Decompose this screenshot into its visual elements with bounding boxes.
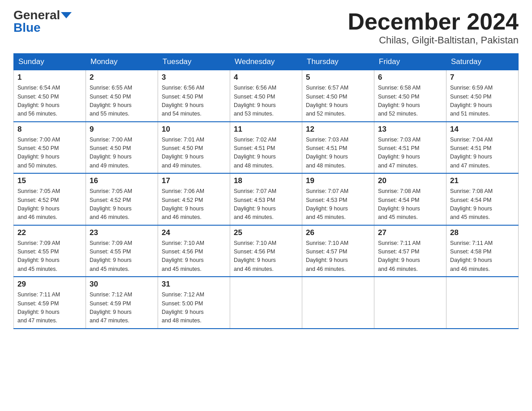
day-number: 6 [378, 73, 442, 82]
day-number: 9 [90, 125, 154, 134]
logo-general: General [13, 9, 60, 21]
table-row: 14Sunrise: 7:04 AMSunset: 4:51 PMDayligh… [446, 122, 519, 174]
table-row: 2Sunrise: 6:55 AMSunset: 4:50 PMDaylight… [86, 70, 158, 122]
day-info: Sunrise: 7:00 AMSunset: 4:50 PMDaylight:… [90, 136, 154, 171]
day-info: Sunrise: 6:58 AMSunset: 4:50 PMDaylight:… [378, 84, 442, 119]
day-number: 29 [17, 280, 82, 289]
table-row: 26Sunrise: 7:10 AMSunset: 4:57 PMDayligh… [302, 225, 374, 277]
day-number: 15 [17, 176, 82, 185]
day-info: Sunrise: 7:01 AMSunset: 4:50 PMDaylight:… [162, 136, 226, 171]
table-row: 16Sunrise: 7:05 AMSunset: 4:52 PMDayligh… [86, 173, 158, 225]
table-row: 1Sunrise: 6:54 AMSunset: 4:50 PMDaylight… [14, 70, 86, 122]
day-info: Sunrise: 7:05 AMSunset: 4:52 PMDaylight:… [90, 187, 154, 222]
table-row [302, 277, 374, 329]
calendar-header-row: Sunday Monday Tuesday Wednesday Thursday… [14, 54, 519, 70]
col-monday: Monday [86, 54, 158, 70]
calendar-week-row: 29Sunrise: 7:11 AMSunset: 4:59 PMDayligh… [14, 277, 519, 329]
table-row: 18Sunrise: 7:07 AMSunset: 4:53 PMDayligh… [230, 173, 302, 225]
calendar-week-row: 15Sunrise: 7:05 AMSunset: 4:52 PMDayligh… [14, 173, 519, 225]
table-row: 5Sunrise: 6:57 AMSunset: 4:50 PMDaylight… [302, 70, 374, 122]
day-info: Sunrise: 7:10 AMSunset: 4:56 PMDaylight:… [162, 239, 226, 274]
table-row: 6Sunrise: 6:58 AMSunset: 4:50 PMDaylight… [374, 70, 446, 122]
day-info: Sunrise: 6:56 AMSunset: 4:50 PMDaylight:… [162, 84, 226, 119]
table-row [230, 277, 302, 329]
calendar-table: Sunday Monday Tuesday Wednesday Thursday… [13, 53, 519, 329]
table-row: 25Sunrise: 7:10 AMSunset: 4:56 PMDayligh… [230, 225, 302, 277]
col-wednesday: Wednesday [230, 54, 302, 70]
table-row: 12Sunrise: 7:03 AMSunset: 4:51 PMDayligh… [302, 122, 374, 174]
table-row: 11Sunrise: 7:02 AMSunset: 4:51 PMDayligh… [230, 122, 302, 174]
table-row: 8Sunrise: 7:00 AMSunset: 4:50 PMDaylight… [14, 122, 86, 174]
day-number: 20 [378, 176, 442, 185]
day-number: 14 [450, 125, 515, 134]
day-info: Sunrise: 7:10 AMSunset: 4:56 PMDaylight:… [234, 239, 298, 274]
table-row: 20Sunrise: 7:08 AMSunset: 4:54 PMDayligh… [374, 173, 446, 225]
day-info: Sunrise: 7:03 AMSunset: 4:51 PMDaylight:… [306, 136, 370, 171]
table-row: 30Sunrise: 7:12 AMSunset: 4:59 PMDayligh… [86, 277, 158, 329]
title-block: December 2024 Chilas, Gilgit-Baltistan, … [348, 9, 519, 46]
day-number: 24 [162, 228, 226, 237]
day-info: Sunrise: 7:12 AMSunset: 5:00 PMDaylight:… [162, 291, 226, 325]
day-info: Sunrise: 7:04 AMSunset: 4:51 PMDaylight:… [450, 136, 515, 171]
table-row: 13Sunrise: 7:03 AMSunset: 4:51 PMDayligh… [374, 122, 446, 174]
day-number: 31 [162, 280, 226, 289]
day-number: 5 [306, 73, 370, 82]
calendar-week-row: 8Sunrise: 7:00 AMSunset: 4:50 PMDaylight… [14, 122, 519, 174]
table-row: 29Sunrise: 7:11 AMSunset: 4:59 PMDayligh… [14, 277, 86, 329]
day-info: Sunrise: 7:06 AMSunset: 4:52 PMDaylight:… [162, 187, 226, 222]
day-number: 8 [17, 125, 82, 134]
day-number: 11 [234, 125, 298, 134]
table-row: 17Sunrise: 7:06 AMSunset: 4:52 PMDayligh… [158, 173, 230, 225]
table-row: 28Sunrise: 7:11 AMSunset: 4:58 PMDayligh… [446, 225, 519, 277]
day-number: 17 [162, 176, 226, 185]
calendar-week-row: 1Sunrise: 6:54 AMSunset: 4:50 PMDaylight… [14, 70, 519, 122]
day-number: 18 [234, 176, 298, 185]
day-info: Sunrise: 7:11 AMSunset: 4:59 PMDaylight:… [17, 291, 82, 325]
calendar-title: December 2024 [348, 9, 519, 34]
day-number: 26 [306, 228, 370, 237]
day-info: Sunrise: 7:12 AMSunset: 4:59 PMDaylight:… [90, 291, 154, 325]
col-sunday: Sunday [14, 54, 86, 70]
day-number: 28 [450, 228, 515, 237]
day-info: Sunrise: 6:57 AMSunset: 4:50 PMDaylight:… [306, 84, 370, 119]
table-row [446, 277, 519, 329]
col-tuesday: Tuesday [158, 54, 230, 70]
day-number: 19 [306, 176, 370, 185]
day-info: Sunrise: 6:54 AMSunset: 4:50 PMDaylight:… [17, 84, 82, 119]
day-info: Sunrise: 7:10 AMSunset: 4:57 PMDaylight:… [306, 239, 370, 274]
day-info: Sunrise: 7:07 AMSunset: 4:53 PMDaylight:… [306, 187, 370, 222]
day-info: Sunrise: 6:59 AMSunset: 4:50 PMDaylight:… [450, 84, 515, 119]
table-row: 31Sunrise: 7:12 AMSunset: 5:00 PMDayligh… [158, 277, 230, 329]
table-row [374, 277, 446, 329]
table-row: 7Sunrise: 6:59 AMSunset: 4:50 PMDaylight… [446, 70, 519, 122]
day-number: 22 [17, 228, 82, 237]
day-number: 7 [450, 73, 515, 82]
table-row: 4Sunrise: 6:56 AMSunset: 4:50 PMDaylight… [230, 70, 302, 122]
table-row: 19Sunrise: 7:07 AMSunset: 4:53 PMDayligh… [302, 173, 374, 225]
day-info: Sunrise: 7:09 AMSunset: 4:55 PMDaylight:… [90, 239, 154, 274]
table-row: 23Sunrise: 7:09 AMSunset: 4:55 PMDayligh… [86, 225, 158, 277]
table-row: 10Sunrise: 7:01 AMSunset: 4:50 PMDayligh… [158, 122, 230, 174]
table-row: 27Sunrise: 7:11 AMSunset: 4:57 PMDayligh… [374, 225, 446, 277]
table-row: 3Sunrise: 6:56 AMSunset: 4:50 PMDaylight… [158, 70, 230, 122]
day-number: 21 [450, 176, 515, 185]
col-friday: Friday [374, 54, 446, 70]
calendar-week-row: 22Sunrise: 7:09 AMSunset: 4:55 PMDayligh… [14, 225, 519, 277]
day-info: Sunrise: 7:08 AMSunset: 4:54 PMDaylight:… [450, 187, 515, 222]
table-row: 24Sunrise: 7:10 AMSunset: 4:56 PMDayligh… [158, 225, 230, 277]
day-number: 2 [90, 73, 154, 82]
day-number: 4 [234, 73, 298, 82]
day-number: 3 [162, 73, 226, 82]
day-number: 12 [306, 125, 370, 134]
day-number: 13 [378, 125, 442, 134]
page-header: General Blue December 2024 Chilas, Gilgi… [13, 9, 519, 46]
table-row: 21Sunrise: 7:08 AMSunset: 4:54 PMDayligh… [446, 173, 519, 225]
day-info: Sunrise: 7:03 AMSunset: 4:51 PMDaylight:… [378, 136, 442, 171]
day-number: 27 [378, 228, 442, 237]
day-info: Sunrise: 7:11 AMSunset: 4:58 PMDaylight:… [450, 239, 515, 274]
day-info: Sunrise: 7:09 AMSunset: 4:55 PMDaylight:… [17, 239, 82, 274]
day-info: Sunrise: 7:05 AMSunset: 4:52 PMDaylight:… [17, 187, 82, 222]
day-number: 23 [90, 228, 154, 237]
day-number: 30 [90, 280, 154, 289]
table-row: 15Sunrise: 7:05 AMSunset: 4:52 PMDayligh… [14, 173, 86, 225]
